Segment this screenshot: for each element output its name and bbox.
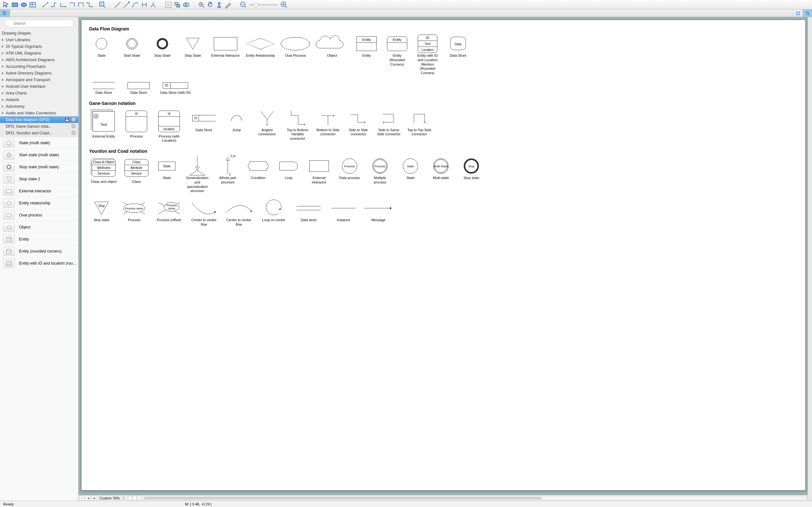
save-icon[interactable]: 💾 xyxy=(65,118,69,122)
zoom-in-tool-icon[interactable] xyxy=(197,1,206,8)
search-input[interactable] xyxy=(4,20,74,27)
grid-view-icon[interactable] xyxy=(793,9,803,17)
svg-rect-24 xyxy=(798,14,800,15)
connector6-icon[interactable] xyxy=(86,1,94,8)
palette-item[interactable]: Entity with ID and location (rou... xyxy=(0,257,78,269)
zoom-stepper[interactable]: ▲▼ xyxy=(121,496,126,500)
connector5-icon[interactable] xyxy=(77,1,85,8)
palette-item[interactable]: Stop state 2 xyxy=(0,173,78,185)
lib-subitem[interactable]: DFD, Gane-Sarson nota... × xyxy=(0,123,78,130)
page: Data Flow Diagram State Start State Stop… xyxy=(81,20,806,491)
lib-item[interactable]: Astronomy xyxy=(0,103,78,110)
svg-rect-32 xyxy=(6,237,11,241)
svg-point-7 xyxy=(87,2,88,3)
palette-item[interactable]: Entity relationship xyxy=(0,197,78,209)
pointer-tool-icon[interactable] xyxy=(2,1,10,8)
status-coords: M: [ 3.46, -0.29 ] xyxy=(185,502,212,506)
vertical-scrollbar[interactable] xyxy=(808,17,812,501)
svg-text:1,m: 1,m xyxy=(230,154,236,158)
close-icon[interactable]: × xyxy=(71,117,76,122)
page-prev-icon[interactable]: ◀ xyxy=(85,496,91,501)
palette-item[interactable]: External interactor xyxy=(0,185,78,197)
svg-text:Data: Data xyxy=(455,43,461,46)
connector3-icon[interactable] xyxy=(59,1,67,8)
palette-item[interactable]: Start state (multi state) xyxy=(0,149,78,161)
stamp-tool-icon[interactable] xyxy=(215,1,223,8)
page-next-icon[interactable]: ▶ xyxy=(92,496,97,501)
svg-text:name: name xyxy=(168,207,175,210)
palette-item[interactable]: Entity xyxy=(0,233,78,245)
lib-item[interactable]: AWS Architecture Diagrams xyxy=(0,56,78,63)
library-view-bar xyxy=(0,9,812,17)
line2-icon[interactable] xyxy=(122,1,131,8)
group2-icon[interactable] xyxy=(173,1,182,8)
svg-rect-13 xyxy=(177,4,180,7)
svg-rect-21 xyxy=(796,11,798,13)
line1-icon[interactable] xyxy=(113,1,122,8)
canvas[interactable]: Data Flow Diagram State Start State Stop… xyxy=(79,17,812,501)
svg-rect-30 xyxy=(6,189,12,193)
bidir-icon[interactable] xyxy=(140,1,148,8)
table-tool-icon[interactable] xyxy=(29,1,37,8)
svg-point-25 xyxy=(806,12,809,14)
svg-rect-0 xyxy=(12,3,18,7)
svg-rect-19 xyxy=(3,11,5,13)
lib-subitem[interactable]: DFD, Yourdon and Coad... × xyxy=(0,130,78,136)
group3-icon[interactable] xyxy=(182,1,190,8)
svg-point-5 xyxy=(51,6,53,7)
section-title: Data Flow Diagram xyxy=(89,26,798,32)
svg-point-1 xyxy=(21,3,27,7)
lib-item-selected[interactable]: Data flow diagram (DFD) 💾 × xyxy=(0,116,78,123)
lib-item[interactable]: Accounting Flowcharts xyxy=(0,63,78,70)
pen-tool-icon[interactable] xyxy=(224,1,232,8)
connector2-icon[interactable] xyxy=(50,1,58,8)
horizontal-scrollbar[interactable] xyxy=(143,496,806,500)
zoom-slider[interactable] xyxy=(249,4,278,5)
palette-item[interactable]: Entity (rounded corners) xyxy=(0,245,78,257)
lib-item[interactable]: Android User Interface xyxy=(0,83,78,90)
status-ready: Ready xyxy=(3,502,14,506)
split-icon[interactable] xyxy=(149,1,157,8)
rect-tool-icon[interactable] xyxy=(11,1,19,8)
zoom-out-icon[interactable] xyxy=(239,1,247,8)
sidebar: Drawing Shapes User Libraries 25 Typical… xyxy=(0,17,79,501)
shape-insert-icon[interactable] xyxy=(98,1,107,8)
palette-item[interactable]: Stop state (multi state) xyxy=(0,161,78,173)
view-mode-buttons[interactable] xyxy=(128,496,141,500)
library-tree-toggle-icon[interactable] xyxy=(0,9,10,17)
lib-item[interactable]: 25 Typical Orgcharts xyxy=(0,43,78,50)
lib-item[interactable]: Artwork xyxy=(0,96,78,103)
group1-icon[interactable] xyxy=(164,1,172,8)
lib-item[interactable]: ATM UML Diagrams xyxy=(0,50,78,56)
svg-text:Stop: Stop xyxy=(98,204,105,208)
lib-item[interactable]: Aerospace and Transport xyxy=(0,76,78,83)
palette-item[interactable]: Oval process xyxy=(0,209,78,221)
ellipse-tool-icon[interactable] xyxy=(20,1,28,8)
zoom-in-icon[interactable] xyxy=(280,1,288,8)
lib-item[interactable]: Active Directory Diagrams xyxy=(0,70,78,76)
close-icon[interactable]: × xyxy=(71,130,76,135)
close-icon[interactable]: × xyxy=(71,124,76,128)
svg-point-29 xyxy=(7,165,11,169)
connector4-icon[interactable] xyxy=(68,1,76,8)
connector1-icon[interactable] xyxy=(41,1,49,8)
palette-item[interactable]: Object xyxy=(0,221,78,233)
bottom-bar: ≡ ◀ ▶ Custom 76% ▲▼ xyxy=(79,495,808,501)
search-view-icon[interactable] xyxy=(803,9,812,17)
zoom-level[interactable]: Custom 76% xyxy=(100,496,119,500)
palette-item[interactable]: State (multi state) xyxy=(0,137,78,149)
lib-item[interactable]: Audio and Video Connectors xyxy=(0,110,78,116)
svg-point-26 xyxy=(7,141,11,145)
svg-rect-22 xyxy=(798,11,800,13)
curve-icon[interactable] xyxy=(131,1,140,8)
page-menu-icon[interactable]: ≡ xyxy=(79,496,85,501)
hand-tool-icon[interactable] xyxy=(206,1,214,8)
svg-text:Process: Process xyxy=(166,204,177,207)
shape-palette: State (multi state) Start state (multi s… xyxy=(0,137,78,501)
lib-item[interactable]: Area Charts xyxy=(0,90,78,96)
svg-rect-34 xyxy=(6,261,11,266)
lib-item[interactable]: User Libraries xyxy=(0,37,78,43)
svg-point-6 xyxy=(65,6,66,7)
lib-item[interactable]: Drawing Shapes xyxy=(0,30,78,37)
svg-rect-11 xyxy=(167,3,170,6)
